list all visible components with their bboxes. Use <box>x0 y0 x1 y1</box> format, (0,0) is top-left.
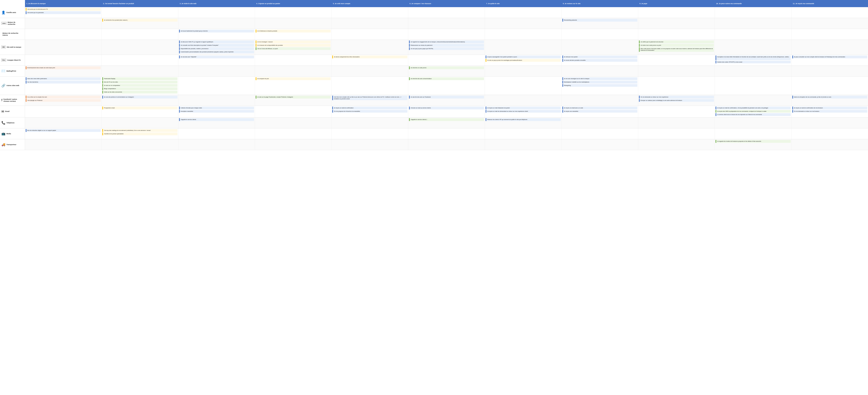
col-compte-client-8: Je retrouve mon panierJe revois derniers… <box>562 55 638 65</box>
card-facebook-5-1: Une fois mon compte créé, je like ou je … <box>332 96 407 100</box>
sidebar-icon-compte-client: Mon <box>1 59 6 61</box>
col-autres-sites-web-5 <box>332 77 408 95</box>
header-col-5: 5. Je créé mon compte <box>332 0 408 7</box>
col-autres-sites-web-4: Je compare les prix <box>255 77 332 95</box>
card-autres-sites-web-8-3: Retargeting <box>562 84 637 87</box>
col-moteur-recherche-1 <box>25 18 101 29</box>
col-moteur-recherche-interne-1 <box>25 29 101 40</box>
col-telephone-2 <box>101 117 178 128</box>
col-autres-sites-web-2: Partenariat DisplayAvis de FS sur les si… <box>101 77 178 95</box>
col-mailing-print-5 <box>332 66 408 77</box>
col-autres-sites-web-6: Je cherche des avis consommateur <box>408 77 485 95</box>
sidebar-label-email: Email <box>5 111 9 113</box>
col-moteur-recherche-7 <box>485 18 561 29</box>
card-site-web-marque-3-1: Je découvre l'offre FS, je regarde le ra… <box>179 40 254 43</box>
cols-mailing-print: Enrichissement des emails via notre base… <box>25 66 868 77</box>
card-autres-sites-web-1-1: Dans des news letter partenaires <box>26 77 101 80</box>
sidebar-icon-label-famille-amis: 👤 Famille amis <box>1 10 16 14</box>
card-moteur-recherche-interne-4-1: Je m'intéresse à d'autres produits <box>256 30 331 32</box>
col-autres-sites-web-1: Dans des news letter partenairesSur des … <box>25 77 101 95</box>
sidebar-icon-label-moteur-recherche: www Moteur de recherche <box>1 22 23 25</box>
col-autres-sites-web-10 <box>715 77 792 95</box>
col-telephone-10 <box>715 117 792 128</box>
header-col-7: 7. Je quitte le site <box>485 0 561 7</box>
col-mailing-print-3 <box>178 66 255 77</box>
sidebar-icon-label-media: 📺 Media <box>1 132 11 135</box>
header-col-8: 8. Je reviens sur le site <box>561 0 638 7</box>
col-mailing-print-2 <box>101 66 178 77</box>
col-site-web-marque-3: Je découvre l'offre FS, je regarde le ra… <box>178 40 255 55</box>
card-facebook-1-1: Vu un like sur le compte d'un ami <box>26 96 101 98</box>
sidebar-label-moteur-recherche-interne: Moteur de recherche interne <box>2 32 23 36</box>
col-transporteur-8 <box>562 139 638 150</box>
row-telephone: 📞 Téléphone J'appelle le service clients… <box>0 117 868 128</box>
col-telephone-5 <box>332 117 408 128</box>
col-media-3 <box>178 128 255 139</box>
col-moteur-recherche-11 <box>792 18 868 29</box>
col-facebook-5: Une fois mon compte créé, je like ou je … <box>332 95 408 106</box>
sidebar-icon-label-mailing-print: ✉️ Mailing/Print <box>1 69 16 73</box>
col-telephone-11 <box>792 117 868 128</box>
sidebar-label-transporteur: Transporteur <box>6 144 17 146</box>
col-facebook-2: Je vois des photos et commentaires sur I… <box>101 95 178 106</box>
card-mailing-print-1-1: Enrichissement des emails via notre base… <box>26 66 101 69</box>
sidebar-label-mailing-print: Mailing/Print <box>6 70 16 72</box>
card-compte-client-11-1: Je peux consulter sur mon compte client … <box>792 56 867 58</box>
col-transporteur-9 <box>638 139 715 150</box>
sidebar-mailing-print: ✉️ Mailing/Print <box>0 66 25 77</box>
row-email: ✉ Email Prospection emailCollecte d'emai… <box>0 106 868 117</box>
header-col-2: 2. J'ai envie/ besoin d'acheter un produ… <box>101 0 178 7</box>
header-col-9: 9. Je paye <box>638 0 715 7</box>
sidebar-moteur-recherche: www Moteur de recherche <box>0 18 25 29</box>
card-email-2-1: Prospection email <box>102 107 177 110</box>
sidebar-media: 📺 Media <box>0 128 25 139</box>
col-compte-client-2 <box>101 55 178 65</box>
col-moteur-recherche-interne-6 <box>408 29 485 40</box>
row-compte-client: Mon Compte Client FS Je vois des avis "O… <box>0 55 868 66</box>
card-media-2-2: J'achète de la presse spécialisée <box>102 132 177 135</box>
sidebar-label-telephone: Téléphone <box>6 122 14 124</box>
card-facebook-1-2: Une épingle sur Pinterest <box>26 99 101 102</box>
col-transporteur-6 <box>408 139 485 150</box>
col-telephone-9 <box>638 117 715 128</box>
col-media-1: Bon de réduction digital vu sur un suppo… <box>25 128 101 139</box>
card-compte-client-10-1: Inscription à la news letter thématisée … <box>716 56 790 60</box>
card-famille-amis-1-1: Une amie qui m'a fait découvrir FS <box>26 8 101 11</box>
row-media: 📺 Media Bon de réduction digital vu sur … <box>0 128 868 139</box>
col-mailing-print-9 <box>638 66 715 77</box>
row-famille-amis: 👤 Famille amis Une amie qui m'a fait déc… <box>0 7 868 18</box>
col-moteur-recherche-interne-11 <box>792 29 868 40</box>
col-moteur-recherche-2: Je recherche d'un produit (bien naturel … <box>101 18 178 29</box>
card-autres-sites-web-2-3: Je vais sur un comparateur <box>102 84 177 87</box>
col-media-4 <box>255 128 332 139</box>
col-telephone-3: J'appelle le service clients <box>178 117 255 128</box>
col-email-10: Je reçois un mail de confirmation, J'ai … <box>715 106 792 117</box>
card-facebook-2-1: Je vois des photos et commentaires sur I… <box>102 96 177 98</box>
sidebar-label-famille-amis: Famille amis <box>6 11 16 13</box>
col-moteur-recherche-interne-5 <box>332 29 408 40</box>
col-transporteur-2 <box>101 139 178 150</box>
card-autres-sites-web-8-2: Marketplace/ visibilité sur les marketpl… <box>562 81 637 84</box>
col-famille-amis-8 <box>562 7 638 18</box>
card-email-6-1: J'envoie un mail au service clients <box>409 107 484 110</box>
col-moteur-recherche-interne-10 <box>715 29 792 40</box>
sidebar-facebook: f Facebook / autres réseaux sociaux <box>0 95 25 106</box>
col-facebook-4: Je vais sur la page Facebook&, compte Pi… <box>255 95 332 106</box>
col-autres-sites-web-7 <box>485 77 561 95</box>
card-email-11-1: Je reçois un mail de confirmation de ma … <box>792 107 867 110</box>
card-telephone-3-1: J'appelle le service clients <box>179 118 254 121</box>
card-compte-client-10-2: Gestion des codes VPO/VPC) cross canal <box>716 61 790 64</box>
sidebar-autres-sites-web: 🔗 Autres sites web <box>0 77 25 95</box>
col-transporteur-4 <box>255 139 332 150</box>
col-site-web-marque-5 <box>332 40 408 55</box>
col-transporteur-7 <box>485 139 561 150</box>
card-compte-client-7-2: Je vois un pop up avec les avantages pri… <box>486 59 561 62</box>
col-mailing-print-6: Je cherche un code promo <box>408 66 485 77</box>
card-famille-amis-1-2: Une amie qui m'a parrainée <box>26 11 101 14</box>
sidebar-icon-label-moteur-recherche-interne: Moteur de recherche interne <box>1 32 23 36</box>
cols-compte-client: Je vois des avis "Objectifs"Je donne uni… <box>25 55 868 65</box>
col-famille-amis-5 <box>332 7 408 18</box>
sidebar-icon-label-facebook: f Facebook / autres réseaux sociaux <box>1 98 23 102</box>
cols-telephone: J'appelle le service clientsJ'appelle le… <box>25 117 868 128</box>
col-famille-amis-10 <box>715 7 792 18</box>
